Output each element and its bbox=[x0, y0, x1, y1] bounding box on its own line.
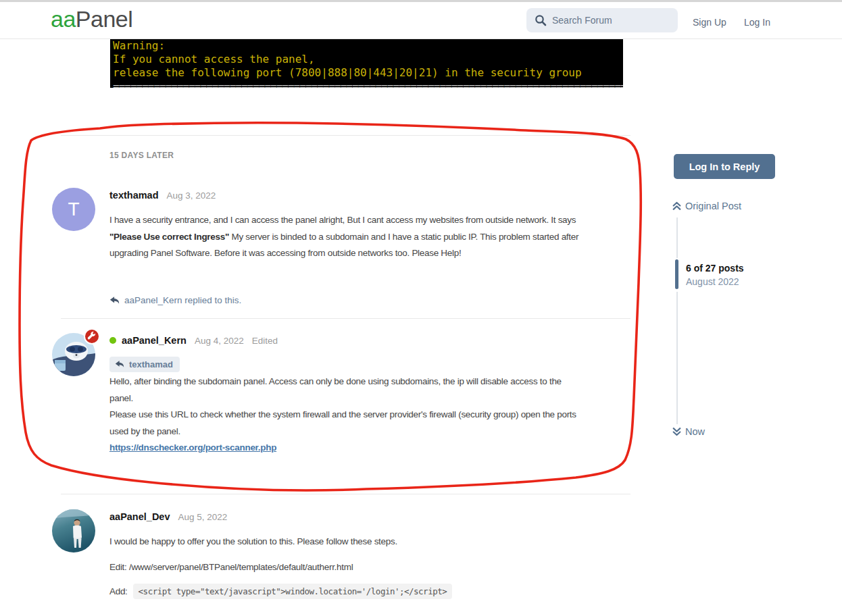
sign-up-link[interactable]: Sign Up bbox=[693, 17, 726, 28]
dev-avatar-photo bbox=[52, 509, 95, 553]
post2-reply-to-pill[interactable]: texthamad bbox=[109, 357, 180, 372]
terminal-warning-block: Warning: If you cannot access the panel,… bbox=[110, 37, 623, 88]
forum-page: aaPanel Sign Up Log In Warning: If you c… bbox=[0, 0, 842, 616]
double-chevron-down-icon bbox=[672, 427, 681, 436]
post3-username[interactable]: aaPanel_Dev bbox=[109, 511, 170, 522]
add-prefix: Add: bbox=[109, 586, 128, 596]
post-divider bbox=[61, 494, 630, 494]
terminal-line-2: If you cannot access the panel, bbox=[110, 53, 623, 66]
log-in-to-reply-button[interactable]: Log In to Reply bbox=[674, 154, 775, 179]
online-dot bbox=[109, 337, 116, 344]
timeline-track-upper[interactable] bbox=[676, 217, 678, 258]
avatar-aapanel-dev[interactable] bbox=[52, 509, 95, 553]
post1-line2-rest: My server is binded to a subdomain and I… bbox=[229, 232, 578, 242]
reply-icon bbox=[115, 360, 124, 369]
post1-line3: upgrading Panel Software. Before it was … bbox=[109, 248, 461, 258]
post2-body: Hello, after binding the subdomain panel… bbox=[109, 374, 576, 457]
timeline-scrubber[interactable] bbox=[675, 259, 678, 289]
red-annotation-circle bbox=[0, 0, 842, 616]
search-input[interactable] bbox=[552, 8, 674, 32]
terminal-line-1: Warning: bbox=[110, 39, 623, 53]
port-scanner-link[interactable]: https://dnschecker.org/port-scanner.php bbox=[109, 442, 276, 453]
post1-line2-bold: "Please Use correct Ingress" bbox=[109, 232, 229, 242]
post2-date: Aug 4, 2022 bbox=[195, 336, 244, 346]
post-divider bbox=[61, 318, 630, 319]
post2-reply-to-name: texthamad bbox=[129, 359, 173, 369]
post1-line1: I have a security entrance, and I can ac… bbox=[109, 215, 576, 225]
post3-line1: I would be happy to offer you the soluti… bbox=[109, 534, 397, 550]
double-chevron-up-icon bbox=[672, 201, 681, 211]
forum-search[interactable] bbox=[526, 8, 678, 32]
reply-icon bbox=[109, 296, 120, 305]
post2-line3: Please use this URL to check whether the… bbox=[109, 409, 576, 419]
post2-line4: used by the panel. bbox=[109, 426, 180, 436]
post1-reply-note[interactable]: aaPanel_Kern replied to this. bbox=[109, 295, 241, 305]
post1-username[interactable]: texthamad bbox=[109, 190, 159, 201]
terminal-separator: ========================================… bbox=[110, 80, 623, 88]
moderator-wrench-badge bbox=[84, 328, 100, 344]
post1-header: texthamad Aug 3, 2022 bbox=[109, 190, 216, 201]
site-header: aaPanel Sign Up Log In bbox=[0, 2, 842, 39]
avatar-letter: T bbox=[52, 188, 95, 231]
post3-line3: Add: <script type="text/javascript">wind… bbox=[109, 584, 452, 599]
original-post-nav[interactable]: Original Post bbox=[672, 201, 741, 211]
post3-header: aaPanel_Dev Aug 5, 2022 bbox=[109, 511, 227, 522]
post3-date: Aug 5, 2022 bbox=[178, 512, 227, 522]
post2-edited-label: Edited bbox=[252, 336, 278, 346]
log-in-link[interactable]: Log In bbox=[744, 17, 770, 28]
logo-panel: Panel bbox=[76, 6, 132, 32]
logo-aa: aa bbox=[51, 6, 76, 32]
terminal-line-3: release the following port (7800|888|80|… bbox=[110, 66, 623, 80]
post-divider bbox=[61, 135, 630, 136]
now-label: Now bbox=[685, 426, 705, 437]
avatar-texthamad[interactable]: T bbox=[52, 188, 95, 231]
aapanel-logo[interactable]: aaPanel bbox=[51, 6, 132, 32]
time-gap-label: 15 DAYS LATER bbox=[109, 151, 174, 160]
post3-line2: Edit: /www/server/panel/BTPanel/template… bbox=[109, 559, 353, 576]
timeline-track-lower[interactable] bbox=[676, 292, 678, 424]
post2-header: aaPanel_Kern Aug 4, 2022 Edited bbox=[109, 335, 278, 346]
post2-username[interactable]: aaPanel_Kern bbox=[122, 335, 187, 346]
scrubber-position: 6 of 27 posts bbox=[686, 263, 744, 274]
search-icon bbox=[535, 14, 547, 26]
original-post-label: Original Post bbox=[685, 201, 741, 211]
post2-line1: Hello, after binding the subdomain panel… bbox=[109, 376, 562, 386]
post1-body: I have a security entrance, and I can ac… bbox=[109, 212, 578, 262]
post1-reply-note-text: aaPanel_Kern replied to this. bbox=[124, 295, 241, 305]
code-snippet: <script type="text/javascript">window.lo… bbox=[133, 584, 453, 599]
now-nav[interactable]: Now bbox=[672, 426, 705, 437]
post2-line2: panel. bbox=[109, 393, 133, 403]
post1-date: Aug 3, 2022 bbox=[167, 190, 216, 201]
scrubber-period: August 2022 bbox=[686, 276, 739, 287]
